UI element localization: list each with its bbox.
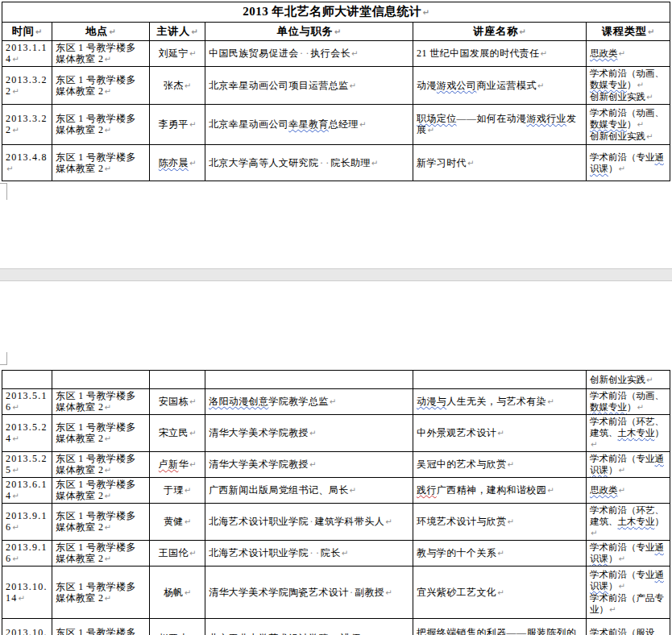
paragraph-mark-icon: ↵ — [342, 549, 348, 558]
space-formatting-mark: · — [318, 157, 324, 168]
cell-lecture: 教与学的十个关系↵ — [413, 541, 587, 567]
paragraph-mark-icon: ↵ — [309, 460, 316, 469]
paragraph-mark-icon: ↵ — [371, 159, 378, 168]
paragraph-mark-icon: ↵ — [104, 492, 110, 500]
page-break-band — [0, 268, 672, 281]
table-row: 2013.6.14↵东区 1 号教学楼多媒体教室 2↵于瑮↵广西新闻出版局党组书… — [2, 478, 670, 504]
table-row: 2013.10.14↵东区 1 号教学楼多媒体教室 2↵杨帆↵清华大学美术学院陶… — [2, 567, 670, 619]
cell-speaker — [150, 371, 205, 389]
paragraph-mark-icon: ↵ — [191, 27, 197, 36]
cell-course: 学术前沿（动画、数媒专业）↵创新创业实践↵ — [587, 67, 670, 105]
paragraph-mark-icon: ↵ — [12, 87, 19, 96]
paragraph-mark-icon: ↵ — [385, 517, 392, 526]
cell-speaker: 宋立民↵ — [150, 415, 205, 452]
cell-course: 思政类↵ — [587, 478, 670, 504]
paragraph-mark-icon: ↵ — [541, 49, 547, 58]
paragraph-mark-icon: ↵ — [309, 429, 316, 438]
cell-speaker: 王国伦↵ — [150, 541, 205, 567]
paragraph-mark-icon: ↵ — [189, 429, 196, 438]
cell-speaker: 黄健↵ — [150, 504, 205, 541]
paragraph-mark-icon: ↵ — [12, 403, 19, 412]
cell-date — [2, 371, 52, 389]
space-formatting-mark: · — [299, 48, 305, 59]
table-row: 2013.10.23↵东区 1 号教学楼多媒体教室 2↵赵亚杰↵北京工业大学艺术… — [2, 619, 670, 635]
paragraph-mark-icon: ↵ — [185, 81, 191, 90]
cell-unit: 广西新闻出版局党组书记、局长↵ — [205, 478, 413, 504]
paragraph-mark-icon: ↵ — [497, 549, 504, 558]
paragraph-mark-icon: ↵ — [508, 517, 514, 526]
cell-place: 东区 1 号教学楼多媒体教室 2↵ — [52, 105, 150, 145]
cell-lecture: 职场定位——如何在动漫游戏行业发展↵ — [413, 105, 587, 145]
spellcheck-blue-wavy: 数媒专业 — [590, 119, 627, 129]
table-row: 2013.3.22↵东区 1 号教学楼多媒体教室 2↵李勇平↵北京幸星动画公司幸… — [2, 105, 670, 145]
paragraph-mark-icon: ↵ — [104, 523, 110, 532]
cell-course: 学术前沿（服设、服工专业）↵ — [587, 619, 670, 635]
cell-unit: 北海艺术设计职业学院··院长↵ — [205, 541, 413, 567]
cell-place — [52, 371, 150, 389]
paragraph-mark-icon: ↵ — [385, 588, 392, 597]
paragraph-mark-icon: ↵ — [104, 164, 110, 173]
table-row: 2013.5.24↵东区 1 号教学楼多媒体教室 2↵宋立民↵清华大学美术学院教… — [2, 415, 670, 452]
spellcheck-blue-wavy: 游戏公司 — [437, 80, 477, 91]
cell-lecture: 新学习时代↵ — [413, 145, 587, 181]
cell-place: 东区 1 号教学楼多媒体教室 2↵ — [52, 619, 150, 635]
cell-course: 学术前沿（专业通识课）↵学术前沿（产品专业）↵ — [587, 567, 670, 619]
paragraph-mark-icon: ↵ — [497, 429, 504, 438]
document-page: 2013 年北艺名师大讲堂信息统计↵ 时间↵地点↵主讲人↵单位与职务↵讲座名称↵… — [0, 0, 672, 635]
cell-date: 2013.1.14↵ — [2, 41, 52, 67]
cell-speaker: 李勇平↵ — [150, 105, 205, 145]
cell-lecture: 21 世纪中国发展的时代责任↵ — [413, 41, 587, 67]
paragraph-mark-icon: ↵ — [189, 120, 196, 129]
paragraph-mark-icon: ↵ — [334, 27, 341, 36]
paragraph-mark-icon: ↵ — [637, 403, 644, 412]
space-formatting-mark: · — [305, 48, 310, 59]
paragraph-mark-icon: ↵ — [104, 55, 110, 64]
cell-course: 学术前沿（环艺、建筑、土木专业）↵ — [587, 415, 670, 452]
paragraph-mark-icon: ↵ — [619, 486, 625, 495]
paragraph-mark-icon: ↵ — [422, 8, 429, 17]
column-header-4: 讲座名称↵ — [413, 23, 587, 41]
cell-lecture: 环境艺术设计与欣赏↵ — [413, 504, 587, 541]
table-row: 2013.9.16↵东区 1 号教学楼多媒体教室 2↵王国伦↵北海艺术设计职业学… — [2, 541, 670, 567]
cell-place: 东区 1 号教学楼多媒体教室 2↵ — [52, 145, 150, 181]
cell-place: 东区 1 号教学楼多媒体教室 2↵ — [52, 567, 150, 619]
cell-unit: 清华大学美术学院教授↵ — [205, 452, 413, 478]
table-row: 2013.4.8↵东区 1 号教学楼多媒体教室 2↵陈亦晨↵北京大学高等人文研究… — [2, 145, 670, 181]
paragraph-mark-icon: ↵ — [508, 460, 514, 469]
paragraph-mark-icon: ↵ — [547, 397, 554, 406]
cell-lecture: 把握终端销售的利器——服装陈列的艺术与技术↵ — [413, 619, 587, 635]
column-header-3: 单位与职务↵ — [205, 23, 413, 41]
paragraph-mark-icon: ↵ — [646, 93, 653, 102]
paragraph-mark-icon: ↵ — [350, 486, 356, 495]
cell-unit: 北京幸星动画公司幸星教育总经理↵ — [205, 105, 413, 145]
cell-course: 学术前沿（动画、数媒专业）↵ — [587, 389, 670, 415]
paragraph-mark-icon: ↵ — [359, 120, 366, 129]
paragraph-mark-icon: ↵ — [104, 466, 110, 475]
paragraph-mark-icon: ↵ — [12, 554, 19, 563]
paragraph-mark-icon: ↵ — [12, 466, 19, 475]
cell-place: 东区 1 号教学楼多媒体教室 2↵ — [52, 415, 150, 452]
space-formatting-mark: · — [349, 587, 355, 598]
space-formatting-mark: · — [309, 516, 314, 527]
cell-date: 2013.9.16↵ — [2, 504, 52, 541]
table-body-page2: 创新创业实践↵2013.5.16↵东区 1 号教学楼多媒体教室 2↵安国栋↵洛阳… — [2, 371, 670, 635]
spellcheck-blue-wavy: 通识课 — [590, 454, 664, 475]
cell-unit: 北京幸星动画公司项目运营总监↵ — [205, 67, 413, 105]
cell-lecture: 吴冠中的艺术与欣赏↵ — [413, 452, 587, 478]
paragraph-mark-icon: ↵ — [12, 55, 19, 64]
paragraph-mark-icon: ↵ — [104, 434, 110, 443]
cell-course: 学术前沿（专业通识课）↵ — [587, 541, 670, 567]
cell-speaker: 杨帆↵ — [150, 567, 205, 619]
cell-place: 东区 1 号教学楼多媒体教室 2↵ — [52, 389, 150, 415]
cell-speaker: 刘延宁↵ — [150, 41, 205, 67]
cell-speaker: 安国栋↵ — [150, 389, 205, 415]
paragraph-mark-icon: ↵ — [547, 486, 554, 495]
table-body-page1: 2013.1.14↵东区 1 号教学楼多媒体教室 2↵刘延宁↵中国民族贸易促进会… — [2, 41, 670, 181]
column-header-5: 课程类型↵ — [587, 23, 670, 41]
cell-speaker: 张杰↵ — [150, 67, 205, 105]
paragraph-mark-icon: ↵ — [35, 27, 42, 36]
lecture-table-page1: 2013 年北艺名师大讲堂信息统计↵ 时间↵地点↵主讲人↵单位与职务↵讲座名称↵… — [2, 2, 670, 181]
table-title-cell: 2013 年北艺名师大讲堂信息统计↵ — [2, 2, 670, 23]
paragraph-mark-icon: ↵ — [18, 594, 24, 603]
spellcheck-blue-wavy: 通识课 — [590, 152, 664, 173]
